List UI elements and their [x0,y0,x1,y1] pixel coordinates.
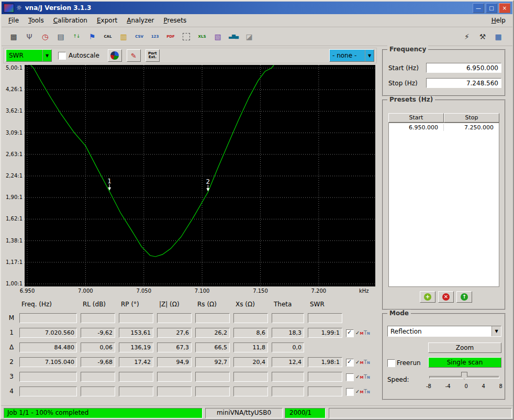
marker-max-icon[interactable]: ✓M [355,359,363,365]
mode-title: Mode [387,310,411,317]
menu-file[interactable]: File [4,15,24,26]
minimize-button[interactable]: — [473,3,484,13]
menu-export[interactable]: Export [92,15,122,26]
autoscale-label: Autoscale [69,52,99,59]
y-tick-label: 3,09:1 [1,130,23,136]
export-pdf-icon[interactable]: PDF [164,30,177,43]
marker-cell: 27,6 [157,328,192,338]
print-icon[interactable]: ▤ [54,30,68,43]
marker-visible-checkbox[interactable] [346,329,354,337]
start-hz-label: Start (Hz) [388,64,419,72]
zoom-button[interactable]: Zoom [428,342,501,353]
marker-max-icon[interactable]: ✓M [355,374,363,380]
close-button[interactable]: × [499,3,510,13]
preset-add-button[interactable]: + [420,291,435,303]
marker-max-icon[interactable]: ✓M [355,389,363,394]
menu-analyzer[interactable]: Analyzer [122,15,159,26]
marker-row-label: 4 [6,388,17,395]
swr-plot[interactable]: 12 [25,65,375,286]
window-menu-icon[interactable]: ☼ [16,5,22,11]
smith-chart-button[interactable] [108,49,122,62]
export-xls-icon[interactable]: XLS [195,30,209,43]
speed-tick-label: 4 [482,383,485,389]
open-folder-icon[interactable]: ▥ [117,30,130,43]
smith-globe-icon [110,51,119,60]
chart-area: 12 5,00:14,26:13,62:13,09:12,63:12,24:11… [1,64,379,297]
left-scale-select[interactable]: SWR ▼ [6,49,52,62]
maximize-button[interactable]: □ [486,3,497,13]
driver-icon[interactable]: ⚡ [460,30,474,43]
generator-icon[interactable]: ▩ [7,30,20,43]
marker-visible-checkbox[interactable] [346,359,354,367]
marker-max-icon[interactable]: ✓M [355,330,363,336]
column-header: RL (dB) [83,301,106,308]
chart-marker-label-1: 1 [107,178,111,185]
schedule-icon[interactable]: ◷ [38,30,52,43]
mode-select[interactable]: Reflection ▼ [387,326,501,337]
snapshot-icon[interactable] [180,30,193,43]
marker-cell [19,386,77,396]
export-csv-icon[interactable]: CSV [132,30,146,43]
cross-icon: ✕ [442,293,450,301]
mode-panel: Mode Reflection ▼ Zoom Freerun Single sc… [382,313,506,400]
marker-cell [308,386,342,396]
presets-header-start[interactable]: Start [388,113,444,123]
menu-help[interactable]: Help [487,15,510,26]
marker-visible-checkbox[interactable] [346,373,354,381]
marker-track-icon[interactable]: TN [364,389,370,394]
freerun-checkbox[interactable] [387,359,395,367]
frequency-grid-icon[interactable]: ▦ [491,30,505,43]
right-scale-select[interactable]: - none - ▼ [329,49,374,62]
settings-icon[interactable]: ⚒ [476,30,489,43]
export-table-icon[interactable]: 123 [148,30,162,43]
single-scan-button[interactable]: Single scan [428,357,501,368]
left-scale-value: SWR [6,52,42,59]
clear-icon[interactable]: ◪ [242,30,256,43]
marker-track-icon[interactable]: TN [364,359,370,365]
presets-list[interactable]: 6.950.0007.250.000 [388,123,499,287]
marker-cell: 136,19 [119,342,153,352]
preset-row[interactable]: 6.950.0007.250.000 [389,123,499,132]
tag-icon[interactable]: ⚑ [85,30,99,43]
y-tick-label: 3,62:1 [1,108,23,114]
menu-tools[interactable]: Tools [24,15,49,26]
marker-cell: 8,6 [233,328,268,338]
export-chart-icon[interactable]: ▃▆▄ [227,30,240,43]
preset-apply-button[interactable]: ↑ [456,291,472,303]
autoscale-checkbox[interactable] [58,52,66,60]
presets-header-stop[interactable]: Stop [444,113,499,123]
preset-start-value: 6.950.000 [389,124,444,131]
y-tick-label: 1,17:1 [1,259,23,266]
preset-delete-button[interactable]: ✕ [438,291,454,303]
menu-calibration[interactable]: Calibration [49,15,92,26]
status-extra [329,408,512,418]
marker-track-icon[interactable]: TN [364,330,370,336]
marker-visible-checkbox[interactable] [346,388,354,396]
edit-markers-button[interactable]: ✎ [127,49,141,62]
speed-slider[interactable] [428,372,500,381]
stop-hz-field[interactable]: 7.248.560 [426,78,501,88]
menu-right: Help [487,15,510,26]
menu-presets[interactable]: Presets [159,15,192,26]
marker-cell: 11,8 [233,342,268,352]
marker-cell: 7.020.560 [19,328,77,338]
export-image-icon[interactable]: ▧ [211,30,225,43]
swr-curve [31,65,274,257]
calibration-icon[interactable]: CAL [101,30,115,43]
multitune-icon[interactable]: ↑↓ [70,30,83,43]
marker-track-icon[interactable]: TN [364,374,370,380]
port-extension-button[interactable]: Port Ext. [146,49,160,62]
marker-cell [119,372,153,382]
chevron-down-icon: ▼ [42,50,51,61]
marker-cell [233,313,268,323]
toolbar-right-group: ⚡⚒▦ [460,30,507,43]
marker-cell [272,386,304,396]
marker-cell [195,386,230,396]
start-hz-field[interactable]: 6.950.000 [426,63,501,73]
antenna-icon[interactable]: Ψ [23,30,36,43]
y-tick-label: 1,00:1 [1,281,23,287]
marker-row-label: 2 [6,358,17,366]
right-scale-value: - none - [330,52,365,59]
marker-cell [81,313,115,323]
column-header: Rs (Ω) [197,301,217,308]
